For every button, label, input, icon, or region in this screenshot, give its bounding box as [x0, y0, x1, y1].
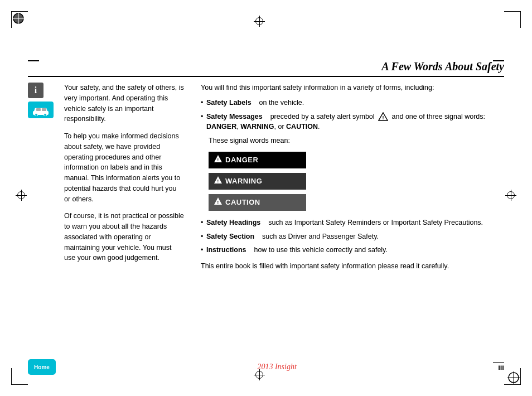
- safety-alert-symbol: !: [378, 113, 390, 120]
- warning-label: WARNING: [225, 176, 262, 187]
- signal-caution-container: ! CAUTION: [201, 194, 504, 211]
- closing-text: This entire book is filled with importan…: [201, 261, 504, 272]
- reg-mark-right: [505, 190, 516, 201]
- safety-headings-text: such as Important Safety Reminders or Im…: [268, 219, 483, 226]
- left-text-column: Your safety, and the safety of others, i…: [64, 83, 184, 270]
- danger-label: DANGER: [225, 154, 258, 166]
- reg-circle-br: [507, 371, 520, 384]
- info-icon: i: [28, 83, 43, 98]
- left-para-3: Of course, it is not practical or possib…: [64, 211, 184, 263]
- reg-mark-left: [16, 190, 27, 201]
- car-icon: [28, 102, 54, 118]
- svg-rect-10: [42, 108, 46, 111]
- instructions-text: how to use this vehicle correctly and sa…: [254, 246, 387, 254]
- bullet-instructions: Instructions how to use this vehicle cor…: [201, 245, 504, 255]
- safety-section-label: Safety Section: [206, 233, 254, 240]
- safety-labels-text: on the vehicle.: [259, 99, 304, 107]
- page-title: A Few Words About Safety: [381, 60, 504, 73]
- bullet-safety-section: Safety Section such as Driver and Passen…: [201, 231, 504, 242]
- svg-text:!: !: [217, 157, 219, 162]
- caution-button: ! CAUTION: [209, 194, 306, 211]
- left-icons: i: [28, 83, 61, 118]
- signal-words-label: These signal words mean:: [201, 136, 504, 146]
- left-para-2: To help you make informed decisions abou…: [64, 131, 184, 204]
- danger-triangle-icon: !: [214, 154, 222, 166]
- bullet-safety-messages: Safety Messages preceded by a safety ale…: [201, 112, 504, 133]
- svg-rect-9: [36, 108, 41, 111]
- danger-button: ! DANGER: [209, 152, 306, 168]
- right-column: You will find this important safety info…: [201, 83, 504, 276]
- footer-page-number: iii: [498, 363, 504, 371]
- svg-text:!: !: [217, 178, 219, 183]
- reg-circle-tl: [12, 12, 25, 25]
- caution-triangle-icon: !: [214, 197, 222, 208]
- instructions-label: Instructions: [206, 246, 246, 254]
- tick-left-top: [28, 60, 39, 61]
- signal-warning-container: ! WARNING: [201, 173, 504, 190]
- signal-danger-container: ! DANGER: [201, 152, 504, 168]
- safety-labels-label: Safety Labels: [206, 99, 252, 107]
- warning-triangle-icon: !: [214, 176, 222, 187]
- warning-button: ! WARNING: [209, 173, 306, 190]
- svg-point-7: [35, 114, 38, 117]
- bullet-safety-labels: Safety Labels on the vehicle.: [201, 98, 504, 108]
- page: A Few Words About Safety i Your safety, …: [0, 0, 532, 396]
- corner-mark-tr: [504, 11, 521, 28]
- safety-messages-text: preceded by a safety alert symbol: [270, 113, 375, 120]
- right-intro: You will find this important safety info…: [201, 83, 504, 93]
- safety-messages-label: Safety Messages: [206, 113, 263, 120]
- caution-label: CAUTION: [225, 197, 260, 208]
- title-underline: [28, 76, 504, 77]
- footer: Home 2013 Insight iii: [28, 359, 504, 375]
- safety-messages-suffix: and one of three signal words:: [392, 113, 485, 120]
- reg-mark-top: [254, 16, 265, 27]
- corner-mark-bl: [11, 368, 28, 385]
- bullet-safety-headings: Safety Headings such as Important Safety…: [201, 218, 504, 228]
- footer-book-title: 2013 Insight: [257, 363, 296, 371]
- svg-text:!: !: [217, 200, 219, 205]
- signal-words-inline: DANGER, WARNING, or CAUTION.: [206, 123, 320, 131]
- home-button[interactable]: Home: [28, 359, 56, 375]
- safety-section-text: such as Driver and Passenger Safety.: [262, 233, 379, 240]
- svg-point-8: [44, 114, 47, 117]
- home-label: Home: [34, 364, 50, 370]
- left-para-1: Your safety, and the safety of others, i…: [64, 83, 184, 124]
- svg-text:!: !: [383, 115, 384, 120]
- safety-headings-label: Safety Headings: [206, 219, 260, 226]
